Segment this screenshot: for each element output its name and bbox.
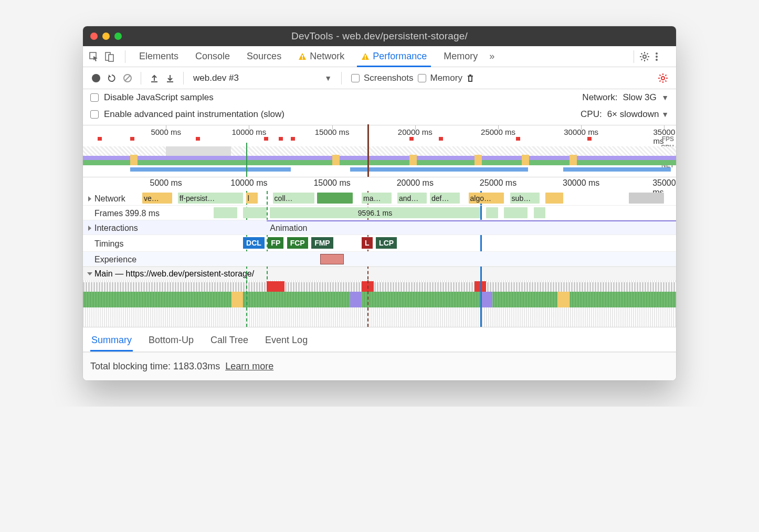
track-interactions[interactable]: Interactions Animation bbox=[83, 220, 676, 235]
device-toolbar-icon[interactable] bbox=[104, 51, 115, 62]
track-network[interactable]: Network ve…ff-persist…lcoll…ma…and…def…a… bbox=[83, 191, 676, 206]
tab-call-tree[interactable]: Call Tree bbox=[209, 331, 249, 352]
tracks-pane[interactable]: Network ve…ff-persist…lcoll…ma…and…def…a… bbox=[83, 191, 676, 327]
timing-lcp: LCP bbox=[376, 237, 397, 249]
svg-point-7 bbox=[643, 55, 646, 58]
capture-settings-icon[interactable] bbox=[655, 70, 671, 86]
profile-select-label: web.dev #3 bbox=[193, 73, 239, 83]
frame-block: 9596.1 ms bbox=[270, 207, 480, 218]
chevron-down-icon: ▼ bbox=[661, 93, 669, 102]
svg-rect-5 bbox=[365, 55, 366, 58]
network-request-block[interactable]: ve… bbox=[142, 193, 172, 204]
reload-record-button[interactable] bbox=[104, 70, 120, 86]
learn-more-link[interactable]: Learn more bbox=[225, 361, 273, 371]
screenshots-checkbox[interactable]: Screenshots bbox=[351, 73, 414, 83]
cpu-throttle-select[interactable]: 6× slowdown ▼ bbox=[607, 109, 669, 120]
net-strip bbox=[130, 167, 671, 172]
checkbox-icon bbox=[90, 110, 99, 119]
network-request-block[interactable]: sub… bbox=[510, 193, 540, 204]
inspect-icon[interactable] bbox=[88, 51, 100, 62]
tab-performance[interactable]: Performance bbox=[353, 46, 435, 67]
close-window-icon[interactable] bbox=[90, 33, 98, 40]
network-request-block[interactable] bbox=[317, 193, 353, 204]
enable-paint-checkbox[interactable]: Enable advanced paint instrumentation (s… bbox=[90, 109, 284, 120]
tab-performance-label: Performance bbox=[373, 51, 427, 62]
disable-js-checkbox[interactable]: Disable JavaScript samples bbox=[90, 92, 214, 103]
overview-pane[interactable]: 5000 ms10000 ms15000 ms20000 ms25000 ms3… bbox=[83, 125, 676, 177]
record-button[interactable] bbox=[88, 70, 104, 86]
tab-elements[interactable]: Elements bbox=[131, 46, 187, 67]
tab-network-label: Network bbox=[310, 51, 344, 62]
tab-memory[interactable]: Memory bbox=[435, 46, 486, 67]
warning-icon bbox=[298, 52, 307, 61]
expand-icon[interactable] bbox=[88, 196, 91, 201]
tab-bottom-up[interactable]: Bottom-Up bbox=[147, 331, 195, 352]
performance-toolbar: web.dev #3 ▼ Screenshots Memory bbox=[83, 67, 676, 89]
clear-button[interactable] bbox=[120, 70, 135, 86]
screenshots-label: Screenshots bbox=[364, 73, 414, 83]
network-request-block[interactable]: and… bbox=[397, 193, 427, 204]
ruler-tick: 5000 ms bbox=[150, 178, 182, 188]
network-request-block[interactable]: coll… bbox=[273, 193, 314, 204]
checkbox-icon bbox=[418, 74, 426, 82]
svg-rect-6 bbox=[365, 58, 366, 59]
svg-point-18 bbox=[656, 59, 658, 61]
save-profile-button[interactable] bbox=[162, 70, 178, 86]
titlebar[interactable]: DevTools - web.dev/persistent-storage/ bbox=[83, 26, 676, 46]
animation-bar: Animation bbox=[267, 220, 676, 235]
track-timings[interactable]: Timings DCL FP FCP FMP L LCP bbox=[83, 235, 676, 252]
minimize-window-icon[interactable] bbox=[102, 33, 110, 40]
enable-paint-label: Enable advanced paint instrumentation (s… bbox=[104, 109, 284, 120]
timing-fp: FP bbox=[268, 237, 283, 249]
track-frames[interactable]: Frames399.8 ms 9596.1 ms bbox=[83, 206, 676, 220]
ruler-tick: 20000 ms bbox=[397, 178, 434, 188]
network-request-block[interactable]: algo… bbox=[469, 193, 504, 204]
network-request-block[interactable]: def… bbox=[430, 193, 460, 204]
cpu-throttle-label: CPU: bbox=[581, 109, 602, 120]
ruler-tick: 30000 ms bbox=[563, 178, 599, 188]
chevron-down-icon: ▼ bbox=[661, 110, 669, 119]
timing-dcl: DCL bbox=[243, 237, 265, 249]
svg-point-16 bbox=[656, 52, 658, 55]
settings-icon[interactable] bbox=[639, 51, 655, 62]
network-throttle-select[interactable]: Slow 3G ▼ bbox=[623, 92, 669, 103]
svg-line-31 bbox=[660, 80, 661, 81]
gc-button[interactable] bbox=[462, 70, 478, 86]
svg-line-28 bbox=[660, 75, 661, 76]
profile-select[interactable]: web.dev #3 ▼ bbox=[189, 73, 336, 83]
traffic-lights bbox=[90, 33, 122, 40]
load-profile-button[interactable] bbox=[146, 70, 162, 86]
network-request-block[interactable]: l bbox=[246, 193, 258, 204]
tab-console[interactable]: Console bbox=[187, 46, 238, 67]
tbt-text: Total blocking time: 1183.03ms bbox=[90, 361, 220, 371]
expand-icon[interactable] bbox=[88, 226, 91, 231]
tab-sources[interactable]: Sources bbox=[238, 46, 290, 67]
memory-checkbox[interactable]: Memory bbox=[418, 73, 462, 83]
more-icon[interactable] bbox=[655, 51, 671, 62]
svg-point-17 bbox=[656, 56, 658, 58]
tab-event-log[interactable]: Event Log bbox=[264, 331, 309, 352]
lcp-marker bbox=[367, 124, 369, 177]
tab-summary[interactable]: Summary bbox=[90, 331, 133, 352]
svg-rect-4 bbox=[302, 58, 303, 59]
network-request-block[interactable]: ma… bbox=[362, 193, 392, 204]
track-experience[interactable]: Experience bbox=[83, 252, 676, 267]
tab-network[interactable]: Network bbox=[290, 46, 353, 67]
ruler-tick: 25000 ms bbox=[480, 178, 516, 188]
cpu-strip bbox=[83, 146, 676, 165]
network-request-block[interactable]: ff-persist… bbox=[178, 193, 243, 204]
track-main-header[interactable]: Main — https://web.dev/persistent-storag… bbox=[83, 267, 676, 280]
svg-line-14 bbox=[647, 53, 648, 54]
tabs-overflow-icon[interactable]: » bbox=[486, 51, 498, 62]
maximize-window-icon[interactable] bbox=[114, 33, 122, 40]
bottom-tab-bar: Summary Bottom-Up Call Tree Event Log bbox=[83, 327, 676, 352]
network-request-block[interactable] bbox=[545, 193, 563, 204]
collapse-icon[interactable] bbox=[87, 272, 92, 275]
svg-line-29 bbox=[666, 80, 667, 81]
capture-settings-row2: Enable advanced paint instrumentation (s… bbox=[83, 106, 676, 125]
checkbox-icon bbox=[351, 74, 360, 82]
svg-line-13 bbox=[647, 59, 648, 60]
network-request-block[interactable] bbox=[629, 193, 665, 204]
flame-chart[interactable] bbox=[83, 280, 676, 327]
detail-ruler[interactable]: 5000 ms10000 ms15000 ms20000 ms25000 ms3… bbox=[83, 177, 676, 191]
